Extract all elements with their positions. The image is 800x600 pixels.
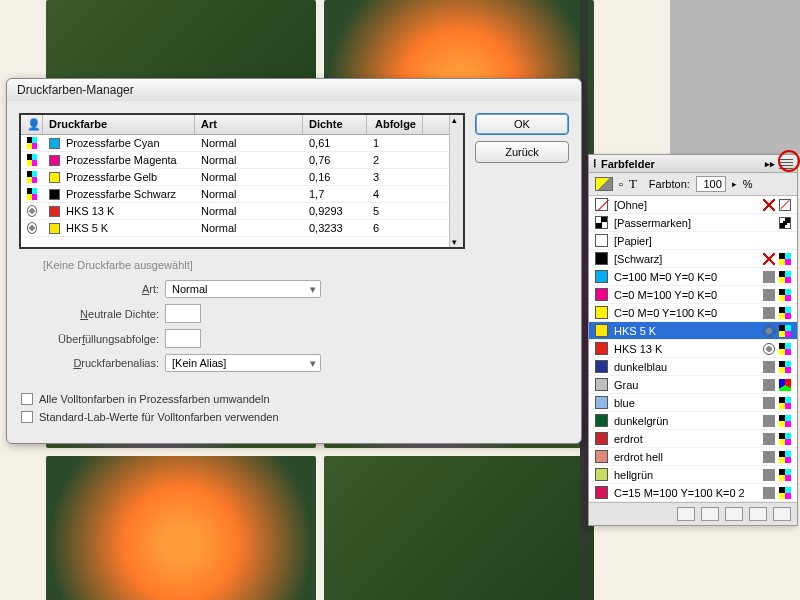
new-swatch-button[interactable] [749, 507, 767, 521]
swatches-panel: ⁞ Farbfelder ▸▸ ▫ T Farbton: ▸ % [Ohne][… [588, 154, 798, 526]
percent-label: % [743, 178, 753, 190]
reg-icon [779, 217, 791, 229]
swatch-row[interactable]: [Schwarz] [589, 250, 797, 268]
show-all-swatches-button[interactable] [677, 507, 695, 521]
farbton-input[interactable] [696, 176, 726, 192]
swatch-name: dunkelgrün [614, 415, 757, 427]
swatch-chip [595, 414, 608, 427]
spot-icon [27, 205, 37, 217]
swatch-row[interactable]: [Ohne] [589, 196, 797, 214]
swatch-chip [595, 378, 608, 391]
swatch-name: [Ohne] [614, 199, 757, 211]
panel-dock-area [670, 0, 800, 154]
ink-density: 0,76 [303, 152, 367, 168]
no-ink-selected-label: [Keine Druckfarbe ausgewählt] [29, 257, 455, 277]
swatch-row[interactable]: [Papier] [589, 232, 797, 250]
checkbox-icon[interactable] [21, 411, 33, 423]
ink-name: HKS 5 K [66, 222, 108, 234]
swatch-name: HKS 5 K [614, 325, 757, 337]
fill-stroke-icon[interactable] [595, 177, 613, 191]
swatch-name: C=0 M=0 Y=100 K=0 [614, 307, 757, 319]
ok-button[interactable]: OK [475, 113, 569, 135]
ink-density: 0,9293 [303, 203, 367, 219]
swatch-name: [Passermarken] [614, 217, 773, 229]
rgb-icon [779, 379, 791, 391]
ink-row[interactable]: Prozessfarbe Cyan Normal 0,61 1 [21, 135, 449, 152]
global-icon [763, 487, 775, 499]
swatch-name: [Papier] [614, 235, 785, 247]
ink-swatch [49, 138, 60, 149]
cmyk-icon [779, 469, 791, 481]
cmyk-icon [27, 137, 37, 149]
bg-image [46, 456, 316, 600]
swatch-chip [595, 396, 608, 409]
ink-sequence: 4 [367, 186, 423, 202]
ink-name: Prozessfarbe Gelb [66, 171, 157, 183]
swatch-list[interactable]: [Ohne][Passermarken][Papier][Schwarz]C=1… [589, 196, 797, 502]
swatch-chip [595, 450, 608, 463]
swatch-row[interactable]: hellgrün [589, 466, 797, 484]
swatch-name: [Schwarz] [614, 253, 757, 265]
ink-row[interactable]: Prozessfarbe Gelb Normal 0,16 3 [21, 169, 449, 186]
swatch-row[interactable]: [Passermarken] [589, 214, 797, 232]
swatch-row[interactable]: C=0 M=0 Y=100 K=0 [589, 304, 797, 322]
checkbox-icon[interactable] [21, 393, 33, 405]
global-icon [763, 397, 775, 409]
cmyk-icon [779, 415, 791, 427]
swatch-row[interactable]: Grau [589, 376, 797, 394]
swatch-row[interactable]: blue [589, 394, 797, 412]
neutral-density-input[interactable] [165, 304, 201, 323]
ink-sequence: 6 [367, 220, 423, 236]
ink-row[interactable]: HKS 13 K Normal 0,9293 5 [21, 203, 449, 220]
ink-alias-select[interactable]: [Kein Alias] [165, 354, 321, 372]
x-icon [763, 199, 775, 211]
farbton-slider-icon[interactable]: ▸ [732, 179, 737, 189]
ink-table[interactable]: 👤 Druckfarbe Art Dichte Abfolge Prozessf… [19, 113, 465, 249]
spot-icon [763, 343, 775, 355]
swatches-panel-tab[interactable]: ⁞ Farbfelder ▸▸ [589, 155, 797, 173]
swatch-row[interactable]: C=15 M=100 Y=100 K=0 2 [589, 484, 797, 502]
show-gradient-swatches-button[interactable] [725, 507, 743, 521]
ink-sequence: 5 [367, 203, 423, 219]
delete-swatch-button[interactable] [773, 507, 791, 521]
ink-art: Normal [195, 169, 303, 185]
ink-name: Prozessfarbe Cyan [66, 137, 160, 149]
collapse-icon[interactable]: ▸▸ [765, 159, 775, 169]
swatch-row[interactable]: C=100 M=0 Y=0 K=0 [589, 268, 797, 286]
swatch-row[interactable]: HKS 13 K [589, 340, 797, 358]
convert-spot-checkbox-row[interactable]: Alle Volltonfarben in Prozessfarben umwa… [19, 389, 465, 407]
swatch-name: blue [614, 397, 757, 409]
farbton-label: Farbton: [649, 178, 690, 190]
swatch-row[interactable]: erdrot hell [589, 448, 797, 466]
formatting-text-icon[interactable]: T [629, 176, 637, 192]
ink-name: Prozessfarbe Schwarz [66, 188, 176, 200]
cmyk-icon [779, 343, 791, 355]
formatting-container-icon[interactable]: ▫ [619, 178, 623, 190]
none-icon [779, 199, 791, 211]
art-select[interactable]: Normal [165, 280, 321, 298]
global-icon [763, 361, 775, 373]
ink-art: Normal [195, 152, 303, 168]
back-button[interactable]: Zurück [475, 141, 569, 163]
swatch-row[interactable]: erdrot [589, 430, 797, 448]
swatch-name: hellgrün [614, 469, 757, 481]
cmyk-icon [779, 451, 791, 463]
swatch-chip [595, 468, 608, 481]
ink-table-header: 👤 Druckfarbe Art Dichte Abfolge [21, 115, 449, 135]
swatch-row[interactable]: dunkelgrün [589, 412, 797, 430]
cmyk-icon [779, 487, 791, 499]
ink-row[interactable]: Prozessfarbe Schwarz Normal 1,7 4 [21, 186, 449, 203]
ink-row[interactable]: HKS 5 K Normal 0,3233 6 [21, 220, 449, 237]
swatch-row[interactable]: dunkelblau [589, 358, 797, 376]
ink-row[interactable]: Prozessfarbe Magenta Normal 0,76 2 [21, 152, 449, 169]
panel-menu-icon[interactable] [779, 159, 793, 169]
swatch-row[interactable]: C=0 M=100 Y=0 K=0 [589, 286, 797, 304]
swatch-row[interactable]: HKS 5 K [589, 322, 797, 340]
lab-values-checkbox-row[interactable]: Standard-Lab-Werte für Volltonfarben ver… [19, 407, 465, 425]
ink-name: Prozessfarbe Magenta [66, 154, 177, 166]
trap-sequence-input[interactable] [165, 329, 201, 348]
cmyk-icon [27, 188, 37, 200]
show-color-swatches-button[interactable] [701, 507, 719, 521]
ink-table-scrollbar[interactable] [449, 115, 463, 247]
cmyk-icon [779, 307, 791, 319]
